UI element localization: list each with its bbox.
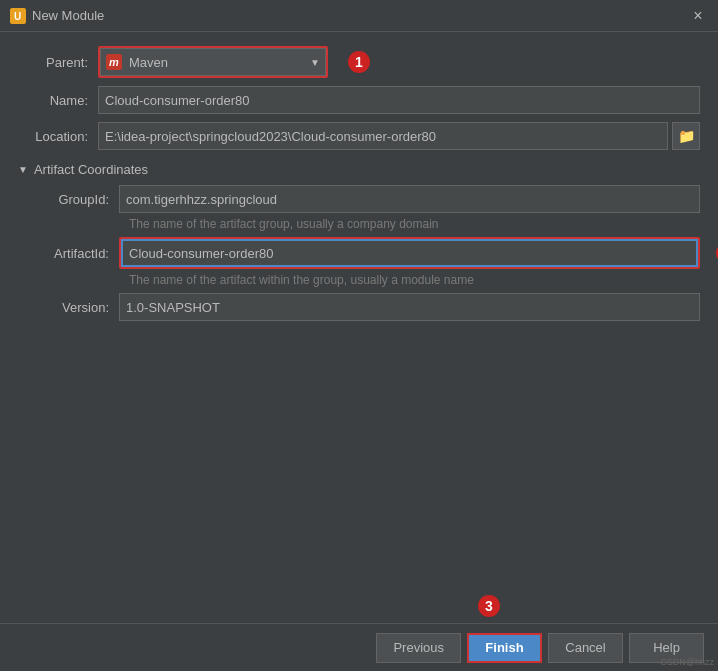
folder-icon: 📁 — [678, 128, 695, 144]
location-row: Location: 📁 — [18, 122, 700, 150]
badge-3: 3 — [478, 595, 500, 617]
artifactid-input[interactable] — [121, 239, 698, 267]
collapse-triangle-icon[interactable]: ▼ — [18, 164, 28, 175]
artifactid-wrapper — [119, 237, 700, 269]
dialog-content: Parent: m Maven ▼ 1 — [0, 32, 718, 623]
artifact-section-header: ▼ Artifact Coordinates — [18, 162, 700, 177]
groupid-input[interactable] — [119, 185, 700, 213]
title-bar: U New Module × — [0, 0, 718, 32]
finish-button[interactable]: Finish — [467, 633, 542, 663]
cancel-button[interactable]: Cancel — [548, 633, 623, 663]
svg-text:m: m — [109, 56, 119, 68]
badge-1: 1 — [348, 51, 370, 73]
groupid-row: GroupId: — [34, 185, 700, 213]
artifactid-hint: The name of the artifact within the grou… — [129, 273, 700, 287]
watermark: CSDN@hhzz — [660, 657, 714, 667]
parent-row: Parent: m Maven ▼ 1 — [18, 46, 700, 78]
name-label: Name: — [18, 93, 98, 108]
artifactid-row: ArtifactId: 2 — [34, 237, 700, 269]
name-field — [98, 86, 700, 114]
name-row: Name: — [18, 86, 700, 114]
parent-select-wrapper: m Maven ▼ — [98, 46, 328, 78]
location-label: Location: — [18, 129, 98, 144]
new-module-dialog: U New Module × Parent: m Maven — [0, 0, 718, 671]
maven-icon: m — [106, 54, 122, 70]
bottom-bar: Previous Finish Cancel Help — [0, 623, 718, 671]
artifact-section: ▼ Artifact Coordinates GroupId: The name… — [18, 162, 700, 321]
browse-folder-button[interactable]: 📁 — [672, 122, 700, 150]
parent-label: Parent: — [18, 55, 98, 70]
parent-select[interactable]: Maven — [100, 48, 326, 76]
location-input[interactable] — [98, 122, 668, 150]
artifact-section-label: Artifact Coordinates — [34, 162, 148, 177]
close-button[interactable]: × — [688, 6, 708, 26]
svg-text:U: U — [14, 11, 21, 22]
location-input-wrapper: 📁 — [98, 122, 700, 150]
artifact-fields: GroupId: The name of the artifact group,… — [18, 185, 700, 321]
badge-3-container: 3 — [478, 595, 500, 617]
dialog-icon: U — [10, 8, 26, 24]
artifactid-label: ArtifactId: — [34, 246, 119, 261]
previous-button[interactable]: Previous — [376, 633, 461, 663]
name-input[interactable] — [98, 86, 700, 114]
groupid-label: GroupId: — [34, 192, 119, 207]
groupid-hint: The name of the artifact group, usually … — [129, 217, 700, 231]
version-label: Version: — [34, 300, 119, 315]
version-input[interactable] — [119, 293, 700, 321]
dialog-title: New Module — [32, 8, 688, 23]
version-row: Version: — [34, 293, 700, 321]
